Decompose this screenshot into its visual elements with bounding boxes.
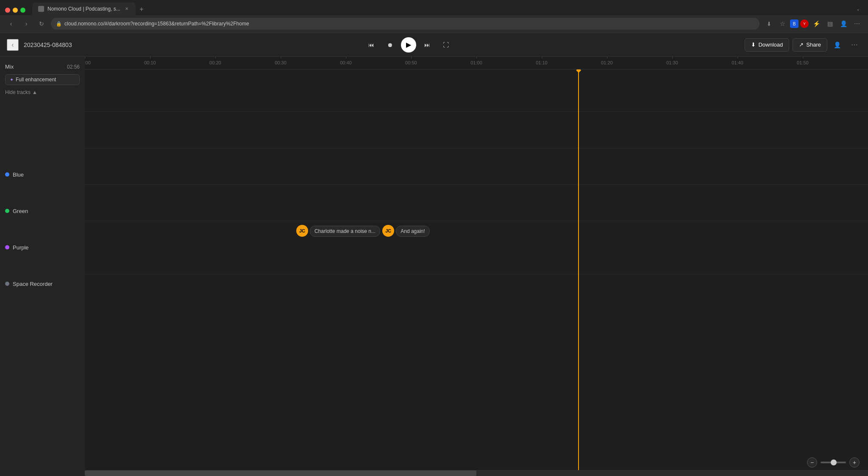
toolbar-icons: ⬇ ☆ B Y ⚡ ▤ 👤 ⋯ <box>763 18 863 30</box>
blue-track-name: Blue <box>13 172 24 178</box>
chevron-up-icon: ▲ <box>32 89 37 95</box>
comment-bubble-2[interactable]: And again! <box>396 226 429 237</box>
time-mark-10: 01:40 <box>732 60 743 65</box>
maximize-window-btn[interactable] <box>20 8 25 13</box>
download-icon: ⬇ <box>751 42 756 48</box>
close-window-btn[interactable] <box>5 8 10 13</box>
zoom-in-btn[interactable]: + <box>849 457 860 468</box>
green-track-name: Green <box>13 208 28 214</box>
enhancement-btn[interactable]: ✦ Full enhancement <box>5 74 80 85</box>
time-mark-2: 00:20 <box>209 60 221 65</box>
time-mark-11: 01:50 <box>797 60 809 65</box>
timeline-area[interactable]: 00:00 00:10 00:20 00:30 00:40 00:50 01:0… <box>85 57 868 476</box>
user-icon-btn[interactable]: 👤 <box>831 38 844 52</box>
active-tab[interactable]: Nomono Cloud | Podcasting, s... ✕ <box>32 3 136 15</box>
time-mark-8: 01:20 <box>601 60 613 65</box>
back-to-library-btn[interactable]: ‹ <box>7 39 19 51</box>
zoom-minus-icon: − <box>810 459 814 466</box>
time-mark-9: 01:30 <box>666 60 678 65</box>
time-marks: 00:00 00:10 00:20 00:30 00:40 00:50 01:0… <box>85 57 868 69</box>
play-btn[interactable]: ▶ <box>401 37 416 53</box>
green-waveform: for(let i=0;i<320;i++){ let density = (i… <box>85 148 868 184</box>
menu-icon[interactable]: ⋯ <box>851 18 863 30</box>
sidebar: Mix 02:56 ✦ Full enhancement Hide tracks… <box>0 57 85 476</box>
zoom-out-btn[interactable]: − <box>807 457 817 468</box>
purple-waveform: for(let i=0;i<320;i++){ // sparse in lar… <box>85 185 868 221</box>
tab-close-btn[interactable]: ✕ <box>124 6 130 12</box>
track-labels: Blue Green Purple Space Recorder <box>5 114 80 302</box>
time-mark-6: 01:00 <box>470 60 482 65</box>
time-mark-4: 00:40 <box>340 60 352 65</box>
refresh-btn[interactable]: ↻ <box>36 18 47 30</box>
download-btn[interactable]: ⬇ Download <box>745 38 789 52</box>
url-text: cloud.nomono.co/#/darkroom?recording=158… <box>64 21 249 27</box>
mix-track-sidebar <box>5 114 80 156</box>
main-content: Mix 02:56 ✦ Full enhancement Hide tracks… <box>0 57 868 476</box>
zoom-slider[interactable] <box>821 462 846 463</box>
track-label-green: Green <box>5 193 80 229</box>
time-ruler[interactable]: 00:00 00:10 00:20 00:30 00:40 00:50 01:0… <box>85 57 868 69</box>
share-label: Share <box>806 42 821 48</box>
extension-icon1[interactable]: Y <box>800 19 809 28</box>
space-recorder-track: for(let i=0;i<320;i++){ let h = 2 + Math… <box>85 238 868 274</box>
profiles-icon[interactable]: 👤 <box>837 18 849 30</box>
app-container: ‹ 20230425-084803 ⏮ ⏺ ▶ ⏭ ⛶ ⬇ Download ↗… <box>0 33 868 476</box>
blue-track: for(let i=0;i<320;i++){ // sparse in mid… <box>85 112 868 148</box>
top-bar-left: ‹ 20230425-084803 <box>7 39 72 51</box>
tracks-container[interactable]: // Generate waveform bars for mix track … <box>85 69 868 470</box>
time-mark-5: 00:50 <box>405 60 417 65</box>
minimize-window-btn[interactable] <box>13 8 18 13</box>
download-page-icon[interactable]: ⬇ <box>763 18 775 30</box>
zoom-controls: − + <box>807 457 860 468</box>
sidebar-icon[interactable]: ▤ <box>824 18 836 30</box>
mix-waveform: // Generate waveform bars for mix track … <box>85 69 868 111</box>
browser-tabs: Nomono Cloud | Podcasting, s... ✕ + ⌄ <box>0 0 868 15</box>
share-icon: ↗ <box>799 42 804 48</box>
comment-avatar-1: JC <box>296 225 308 237</box>
blue-waveform: for(let i=0;i<320;i++){ // sparse in mid… <box>85 112 868 148</box>
comment-bubble-1[interactable]: Charlotte made a noise n... <box>310 226 380 237</box>
purple-track-name: Purple <box>13 244 29 251</box>
skip-back-btn[interactable]: ⏮ <box>364 37 379 53</box>
expand-btn[interactable]: ⛶ <box>438 37 453 53</box>
tab-favicon <box>38 6 44 12</box>
comment-group-1: JC Charlotte made a noise n... <box>296 225 380 237</box>
time-mark-1: 00:10 <box>144 60 156 65</box>
share-btn[interactable]: ↗ Share <box>793 38 827 52</box>
purple-track: for(let i=0;i<320;i++){ // sparse in lar… <box>85 185 868 221</box>
h-scrollbar-thumb[interactable] <box>85 470 476 476</box>
hide-tracks-label: Hide tracks <box>5 89 31 95</box>
comment-text-1: Charlotte made a noise n... <box>314 228 376 234</box>
mix-track: // Generate waveform bars for mix track … <box>85 69 868 112</box>
forward-btn[interactable]: › <box>20 18 32 30</box>
time-mark-0: 00:00 <box>85 60 91 65</box>
browser-chrome: Nomono Cloud | Podcasting, s... ✕ + ⌄ ‹ … <box>0 0 868 33</box>
blue-dot <box>5 172 9 177</box>
mix-label: Mix <box>5 64 14 70</box>
zoom-slider-thumb[interactable] <box>831 459 837 465</box>
address-bar[interactable]: 🔒 cloud.nomono.co/#/darkroom?recording=1… <box>51 18 760 30</box>
extensions-icon[interactable]: ⚡ <box>810 18 822 30</box>
green-dot <box>5 209 9 213</box>
time-mark-3: 00:30 <box>275 60 287 65</box>
more-options-btn[interactable]: ⋯ <box>848 38 861 52</box>
top-bar: ‹ 20230425-084803 ⏮ ⏺ ▶ ⏭ ⛶ ⬇ Download ↗… <box>0 33 868 57</box>
recording-title: 20230425-084803 <box>24 42 72 48</box>
enhancement-label: Full enhancement <box>16 77 56 83</box>
time-mark-7: 01:10 <box>536 60 548 65</box>
h-scrollbar[interactable] <box>85 470 868 476</box>
back-btn[interactable]: ‹ <box>5 18 17 30</box>
hide-tracks-btn[interactable]: Hide tracks ▲ <box>5 88 37 97</box>
download-label: Download <box>758 42 783 48</box>
bookmark-icon[interactable]: ☆ <box>776 18 788 30</box>
mix-duration: 02:56 <box>67 64 80 70</box>
new-tab-btn[interactable]: + <box>136 3 147 15</box>
skip-forward-btn[interactable]: ⏭ <box>420 37 435 53</box>
bitwarden-icon[interactable]: B <box>790 19 798 28</box>
zoom-plus-icon: + <box>853 459 856 466</box>
enhancement-icon: ✦ <box>10 77 14 83</box>
comment-text-2: And again! <box>401 228 425 234</box>
record-btn[interactable]: ⏺ <box>382 37 398 53</box>
space-track-name: Space Recorder <box>13 281 53 287</box>
gray-dot <box>5 282 9 286</box>
